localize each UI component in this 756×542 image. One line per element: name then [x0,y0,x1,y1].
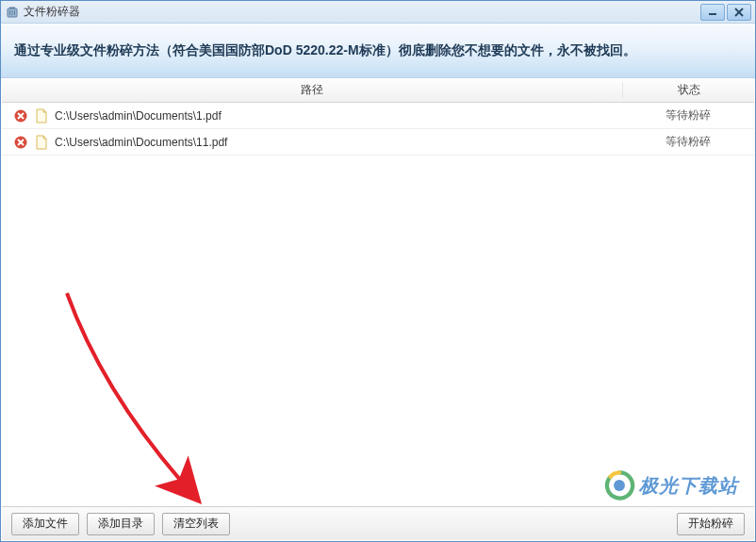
file-status: 等待粉碎 [622,134,754,150]
svg-rect-4 [9,7,15,8]
column-header-status[interactable]: 状态 [622,82,754,98]
add-file-button[interactable]: 添加文件 [11,513,79,535]
start-shred-button[interactable]: 开始粉碎 [677,513,745,535]
remove-icon[interactable] [13,135,28,150]
table-row[interactable]: C:\Users\admin\Documents\11.pdf 等待粉碎 [2,129,754,156]
minimize-button[interactable] [700,4,725,21]
table-rows: C:\Users\admin\Documents\1.pdf 等待粉碎 C:\U… [2,103,754,156]
description-banner: 通过专业级文件粉碎方法（符合美国国防部DoD 5220.22-M标准）彻底删除您… [1,24,755,78]
file-icon [34,135,49,150]
file-table: 路径 状态 C:\Users\admin\Documents\1.pdf 等待粉… [2,78,754,506]
titlebar: 文件粉碎器 [1,1,755,24]
window-title: 文件粉碎器 [24,4,80,20]
clear-list-button[interactable]: 清空列表 [162,513,230,535]
file-status: 等待粉碎 [622,107,754,123]
column-header-path[interactable]: 路径 [2,82,622,98]
add-folder-button[interactable]: 添加目录 [87,513,155,535]
app-icon [5,5,20,20]
file-icon [34,108,49,123]
window-controls [700,4,751,21]
file-path: C:\Users\admin\Documents\11.pdf [55,136,622,149]
bottom-toolbar: 添加文件 添加目录 清空列表 开始粉碎 [2,506,754,540]
close-button[interactable] [727,4,751,21]
remove-icon[interactable] [13,108,28,123]
table-header: 路径 状态 [2,78,754,103]
table-row[interactable]: C:\Users\admin\Documents\1.pdf 等待粉碎 [2,103,754,129]
file-path: C:\Users\admin\Documents\1.pdf [55,109,622,123]
description-text: 通过专业级文件粉碎方法（符合美国国防部DoD 5220.22-M标准）彻底删除您… [14,42,636,59]
